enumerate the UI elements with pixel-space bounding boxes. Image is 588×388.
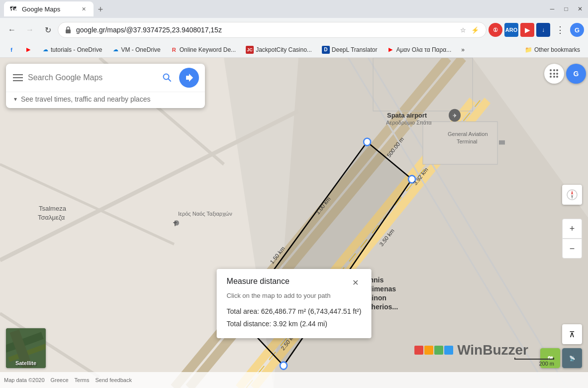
bookmarks-bar: f ▶ ☁ tutorials - OneDrive ☁ VM - OneDri… bbox=[0, 42, 588, 58]
youtube2-icon: ▶ bbox=[387, 46, 394, 53]
maps-search-input[interactable] bbox=[28, 73, 155, 82]
svg-text:✝: ✝ bbox=[172, 219, 178, 228]
measure-close-button[interactable]: ✕ bbox=[349, 277, 361, 289]
svg-point-23 bbox=[364, 138, 371, 145]
address-bar[interactable]: google.gr/maps/@37.9374725,23.9408017,15… bbox=[58, 22, 487, 38]
bookmark-youtube2[interactable]: ▶ Αμαν Ολα τα Παρα... bbox=[383, 45, 455, 55]
maximize-button[interactable]: □ bbox=[562, 5, 570, 13]
satellite-view-thumb[interactable]: Satellite bbox=[6, 328, 46, 368]
travel-times-label: See travel times, traffic and nearby pla… bbox=[21, 95, 150, 103]
measure-title: Measure distance bbox=[227, 277, 290, 286]
other-bookmarks-label: Other bookmarks bbox=[534, 46, 580, 53]
window-controls: ─ □ ✕ bbox=[548, 5, 584, 13]
winbuzzer-text: WinBuzzer bbox=[457, 342, 528, 358]
maps-search-panel: ▾ See travel times, traffic and nearby p… bbox=[6, 64, 205, 108]
travel-times-row[interactable]: ▾ See travel times, traffic and nearby p… bbox=[6, 92, 205, 108]
hamburger-menu-button[interactable] bbox=[12, 72, 24, 84]
profile-avatar[interactable]: G bbox=[570, 23, 584, 37]
deepl-icon: D bbox=[322, 46, 330, 54]
extension-2-icon[interactable]: ARO bbox=[504, 23, 518, 37]
satellite-layer-button[interactable]: 📡 bbox=[562, 348, 582, 368]
bookmark-jackpot-label: JackpotCity Casino... bbox=[256, 46, 312, 53]
jackpot-icon: JC bbox=[246, 46, 254, 54]
title-bar: 🗺 Google Maps ✕ + ─ □ ✕ bbox=[0, 0, 588, 18]
bookmark-vm-label: VM - OneDrive bbox=[121, 46, 160, 53]
directions-button[interactable] bbox=[179, 68, 199, 88]
tab-favicon: 🗺 bbox=[10, 5, 18, 13]
extensions-icon[interactable]: ⚡ bbox=[470, 25, 480, 35]
compass-icon bbox=[566, 189, 578, 201]
bookmark-jackpot[interactable]: JC JackpotCity Casino... bbox=[242, 44, 316, 55]
extension-4-icon[interactable]: ↓ bbox=[536, 23, 550, 37]
tab-close-button[interactable]: ✕ bbox=[80, 5, 88, 13]
bookmark-more[interactable]: » bbox=[457, 45, 469, 55]
maps-apps-button[interactable] bbox=[544, 64, 564, 84]
chevron-down-icon: ▾ bbox=[14, 96, 17, 103]
back-button[interactable]: ← bbox=[4, 22, 20, 38]
expand-map-button[interactable]: ⊼ bbox=[562, 324, 582, 344]
other-bookmarks[interactable]: 📁 Other bookmarks bbox=[521, 45, 584, 55]
facebook-icon: f bbox=[8, 46, 15, 53]
bookmark-vm-onedrive[interactable]: ☁ VM - OneDrive bbox=[108, 45, 164, 55]
svg-rect-37 bbox=[499, 140, 505, 145]
search-icon bbox=[162, 73, 172, 83]
svg-rect-16 bbox=[423, 122, 497, 164]
directions-icon bbox=[184, 73, 194, 83]
total-distance-value: 3.92 km (2.44 mi) bbox=[273, 320, 327, 328]
chrome-menu-button[interactable]: ⋮ bbox=[552, 22, 568, 38]
terms-link[interactable]: Terms bbox=[75, 377, 90, 383]
map-data-text: Map data ©2020 bbox=[4, 377, 45, 383]
address-text: google.gr/maps/@37.9374725,23.9408017,15… bbox=[76, 26, 454, 34]
total-distance-label: Total distance: bbox=[227, 320, 272, 328]
extension-3-icon[interactable]: ▶ bbox=[520, 23, 534, 37]
total-distance-row: Total distance: 3.92 km (2.44 mi) bbox=[227, 318, 362, 330]
apps-grid-icon bbox=[550, 69, 559, 78]
address-icons: ☆ ⚡ bbox=[458, 25, 480, 35]
new-tab-button[interactable]: + bbox=[94, 2, 107, 16]
scale-line bbox=[514, 358, 554, 360]
onedrive-tutorials-icon: ☁ bbox=[42, 46, 49, 53]
maps-profile-button[interactable]: G bbox=[566, 64, 586, 84]
bookmark-tutorials-label: tutorials - OneDrive bbox=[51, 46, 102, 53]
active-tab[interactable]: 🗺 Google Maps ✕ bbox=[4, 1, 94, 16]
map-zoom-controls: + − bbox=[562, 219, 582, 259]
scale-text: 200 m bbox=[539, 361, 554, 367]
satellite-label: Satellite bbox=[6, 360, 46, 366]
minimize-button[interactable]: ─ bbox=[548, 5, 556, 13]
map-container[interactable]: 500.00 m 3.92 km 1.00 km 3.50 km 1.50 km… bbox=[0, 58, 588, 388]
country-text: Greece bbox=[51, 377, 69, 383]
bookmark-youtube[interactable]: ▶ bbox=[21, 45, 36, 55]
tab-title: Google Maps bbox=[22, 5, 60, 13]
zoom-in-button[interactable]: + bbox=[562, 219, 582, 239]
bookmark-keyword[interactable]: R Online Keyword De... bbox=[167, 45, 240, 55]
total-area-row: Total area: 626,486.77 m² (6,743,447.51 … bbox=[227, 305, 362, 318]
zoom-out-button[interactable]: − bbox=[562, 239, 582, 259]
total-area-imperial: (6,743,447.51 ft²) bbox=[308, 307, 361, 315]
nav-right-controls: ① ARO ▶ ↓ ⋮ G bbox=[489, 22, 584, 38]
extension-1-icon[interactable]: ① bbox=[489, 23, 502, 37]
navigation-bar: ← → ↻ google.gr/maps/@37.9374725,23.9408… bbox=[0, 18, 588, 42]
forward-button[interactable]: → bbox=[22, 22, 38, 38]
close-button[interactable]: ✕ bbox=[576, 5, 584, 13]
measure-distance-popup: Measure distance ✕ Click on the map to a… bbox=[217, 269, 372, 338]
bookmark-youtube2-label: Αμαν Ολα τα Παρα... bbox=[396, 46, 451, 53]
winbuzzer-logo: WinBuzzer bbox=[414, 342, 528, 358]
svg-text:✈: ✈ bbox=[453, 113, 457, 118]
bookmark-deepl[interactable]: D DeepL Translator bbox=[318, 44, 382, 55]
total-area-label: Total area: bbox=[227, 307, 259, 315]
svg-line-41 bbox=[168, 79, 171, 81]
svg-marker-42 bbox=[186, 74, 193, 82]
bookmark-more-label: » bbox=[461, 46, 465, 53]
scale-bar: 200 m bbox=[514, 358, 554, 367]
send-feedback-link[interactable]: Send feedback bbox=[96, 377, 132, 383]
folder-icon: 📁 bbox=[525, 46, 532, 53]
maps-search-button[interactable] bbox=[159, 70, 175, 86]
bookmark-star-icon[interactable]: ☆ bbox=[458, 25, 468, 35]
compass-button[interactable] bbox=[562, 185, 582, 205]
winbuzzer-icon bbox=[414, 346, 453, 355]
bookmark-facebook[interactable]: f bbox=[4, 45, 19, 55]
reload-button[interactable]: ↻ bbox=[40, 22, 56, 38]
bookmark-tutorials-onedrive[interactable]: ☁ tutorials - OneDrive bbox=[38, 45, 106, 55]
onedrive-vm-icon: ☁ bbox=[112, 46, 119, 53]
map-attribution-bar: Map data ©2020 Greece Terms Send feedbac… bbox=[0, 372, 588, 388]
